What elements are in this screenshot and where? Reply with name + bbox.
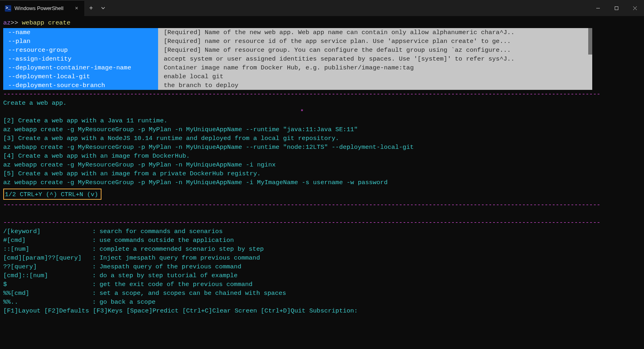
- powershell-icon: >_: [5, 5, 11, 12]
- help-desc: search for commands and scenarios: [100, 227, 223, 236]
- help-desc: use commands outside the application: [100, 236, 234, 245]
- titlebar: >_ Windows PowerShell ✕ +: [0, 0, 644, 16]
- help-desc: complete a recommended scenario step by …: [100, 245, 264, 254]
- example-line: az webapp create -g MyResourceGroup -p M…: [3, 178, 642, 187]
- help-desc: set a scope, and scopes can be chained w…: [100, 289, 286, 298]
- help-desc: go back a scope: [100, 298, 156, 306]
- completion-desc: the branch to deploy: [164, 81, 589, 90]
- help-key: ::[num]: [3, 245, 92, 254]
- window-maximize-button[interactable]: [607, 0, 626, 16]
- paging-indicator: 1/2 CTRL+Y (^) CTRL+N (v): [3, 189, 102, 200]
- terminal-body[interactable]: az>> webapp create --name --plan --resou…: [0, 16, 644, 316]
- help-desc: Jmespath query of the previous command: [100, 262, 241, 271]
- help-row: [cmd][param]??[query]: Inject jmespath q…: [3, 254, 642, 262]
- completion-desc: [Required] name or resource id of the ap…: [164, 37, 589, 46]
- divider: ----------------------------------------…: [3, 201, 642, 209]
- help-row: %%[cmd]: set a scope, and scopes can be …: [3, 289, 642, 298]
- help-row: /[keyword]: search for commands and scen…: [3, 227, 642, 236]
- completion-desc: accept system or user assigned identitie…: [164, 55, 589, 63]
- help-desc: get the exit code of the previous comman…: [100, 280, 252, 289]
- example-line: az webapp create -g MyResourceGroup -p M…: [3, 143, 642, 152]
- example-line: [3] Create a web app with a NodeJS 10.14…: [3, 134, 642, 143]
- help-key: #[cmd]: [3, 236, 92, 245]
- window-minimize-button[interactable]: [589, 0, 607, 16]
- help-row: [cmd]::[num]: do a step by step tutorial…: [3, 271, 642, 280]
- prompt-az: az: [3, 19, 11, 26]
- example-line: [2] Create a web app with a Java 11 runt…: [3, 116, 642, 125]
- help-row: ::[num]: complete a recommended scenario…: [3, 245, 642, 254]
- help-key: %%..: [3, 298, 92, 306]
- tab-label: Windows PowerShell: [14, 4, 70, 13]
- help-section: /[keyword]: search for commands and scen…: [3, 227, 642, 306]
- help-desc: Inject jmespath query from previous comm…: [100, 254, 260, 262]
- divider: ----------------------------------------…: [3, 218, 642, 227]
- completion-flag[interactable]: --name: [8, 28, 156, 37]
- window-close-button[interactable]: [626, 0, 644, 16]
- cursor-mark: *: [300, 108, 304, 116]
- help-key: /[keyword]: [3, 227, 92, 236]
- status-bar: [F1]Layout [F2]Defaults [F3]Keys [Space]…: [3, 306, 642, 315]
- completion-desc: [Required] Name of the new web app. Web …: [164, 28, 589, 37]
- prompt-line: az>> webapp create: [3, 18, 642, 27]
- completion-flag[interactable]: --deployment-source-branch: [8, 81, 156, 90]
- help-row: $: get the exit code of the previous com…: [3, 280, 642, 289]
- help-row: %%..: go back a scope: [3, 298, 642, 306]
- completion-popup[interactable]: --name --plan --resource-group --assign-…: [3, 28, 592, 90]
- completion-desc-column: [Required] Name of the new web app. Web …: [158, 28, 592, 90]
- completion-desc: enable local git: [164, 72, 589, 81]
- divider: ----------------------------------------…: [3, 90, 642, 99]
- tab-dropdown-button[interactable]: [98, 0, 108, 16]
- help-key: ??[query]: [3, 262, 92, 271]
- prompt-angle: >>: [11, 19, 18, 26]
- completion-flag[interactable]: --resource-group: [8, 46, 156, 55]
- example-line: [5] Create a web app with an image from …: [3, 169, 642, 178]
- completion-scrollbar[interactable]: [588, 28, 592, 55]
- svg-rect-1: [615, 6, 618, 10]
- command-input[interactable]: webapp create: [22, 19, 71, 26]
- help-key: [cmd][param]??[query]: [3, 254, 92, 262]
- help-row: ??[query]: Jmespath query of the previou…: [3, 262, 642, 271]
- tab-powershell[interactable]: >_ Windows PowerShell ✕: [0, 0, 84, 16]
- example-line: az webapp create -g MyResourceGroup -p M…: [3, 160, 642, 169]
- help-row: #[cmd]: use commands outside the applica…: [3, 236, 642, 245]
- help-key: $: [3, 280, 92, 289]
- completion-flag[interactable]: --plan: [8, 37, 156, 46]
- help-key: %%[cmd]: [3, 289, 92, 298]
- new-tab-button[interactable]: +: [84, 0, 98, 16]
- help-desc: do a step by step tutorial of example: [100, 271, 238, 280]
- completion-flag[interactable]: --assign-identity: [8, 55, 156, 63]
- example-line: az webapp create -g MyResourceGroup -p M…: [3, 125, 642, 134]
- tab-close-button[interactable]: ✕: [73, 5, 80, 12]
- command-summary: Create a web app.: [3, 99, 642, 108]
- examples-block: [2] Create a web app with a Java 11 runt…: [3, 116, 642, 187]
- help-key: [cmd]::[num]: [3, 271, 92, 280]
- completion-desc: Container image name from Docker Hub, e.…: [164, 63, 589, 72]
- completion-desc: [Required] Name of resource group. You c…: [164, 46, 589, 55]
- example-line: [4] Create a web app with an image from …: [3, 152, 642, 160]
- completion-flags-column[interactable]: --name --plan --resource-group --assign-…: [3, 28, 158, 90]
- completion-flag[interactable]: --deployment-container-image-name: [8, 63, 156, 72]
- completion-flag[interactable]: --deployment-local-git: [8, 72, 156, 81]
